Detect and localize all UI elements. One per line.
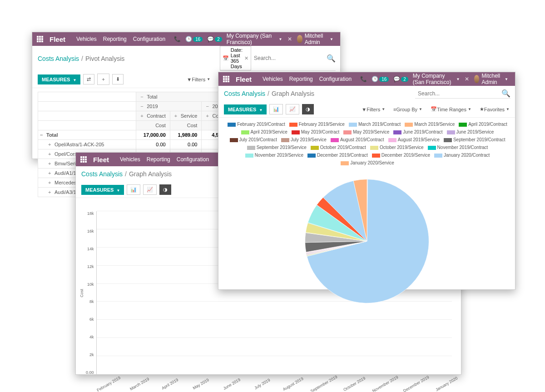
legend-item[interactable]: March 2019/Contract	[347, 122, 401, 127]
download-button[interactable]: ⬇	[112, 74, 124, 84]
legend-swatch	[241, 130, 249, 134]
expand-icon[interactable]: +	[48, 151, 53, 157]
filters-dropdown[interactable]: ▼ Filters ▼	[187, 77, 210, 82]
nav-reporting[interactable]: Reporting	[289, 76, 313, 82]
legend-swatch	[245, 154, 253, 158]
measures-button[interactable]: MEASURES ▼	[38, 74, 80, 84]
search-input[interactable]	[251, 54, 325, 63]
tag-remove-icon[interactable]: ✕	[244, 55, 248, 61]
phone-icon[interactable]: 📞	[360, 76, 367, 82]
nav-reporting[interactable]: Reporting	[103, 36, 127, 42]
user-menu[interactable]: Mitchell Admin▼	[474, 73, 508, 85]
expand-icon[interactable]: +	[48, 142, 53, 147]
activities-badge: 16	[193, 37, 203, 42]
search-icon[interactable]: 🔍	[501, 89, 510, 98]
legend-item[interactable]: March 2019/Service	[403, 122, 455, 127]
collapse-icon[interactable]: −	[40, 132, 45, 138]
legend-swatch	[370, 146, 378, 150]
collapse-icon[interactable]: −	[140, 104, 145, 109]
nav-reporting[interactable]: Reporting	[147, 156, 170, 163]
legend-item[interactable]: August 2019/Contract	[329, 137, 384, 142]
legend-item[interactable]: May 2019/Service	[342, 129, 389, 134]
legend-item[interactable]: August 2019/Service	[387, 137, 440, 142]
breadcrumb-root[interactable]: Costs Analysis	[224, 90, 265, 97]
nav-vehicles[interactable]: Vehicles	[120, 156, 140, 163]
search-tag[interactable]: 📅Date: Last 365 Days ✕	[220, 46, 251, 70]
apps-icon[interactable]	[80, 156, 87, 163]
bar-chart-button[interactable]: 📊	[127, 184, 140, 195]
legend-swatch	[341, 161, 349, 165]
expand-icon[interactable]: +	[48, 170, 53, 176]
phone-icon[interactable]: 📞	[174, 36, 181, 42]
chat-icon[interactable]: 💬2	[393, 76, 408, 82]
close-icon[interactable]: ✕	[287, 36, 292, 42]
legend-item[interactable]: December 2019/Service	[371, 153, 430, 158]
expand-icon[interactable]: +	[48, 161, 53, 166]
groupby-dropdown[interactable]: ≡ Group By ▼	[393, 107, 422, 112]
legend-item[interactable]: April 2019/Contract	[457, 122, 507, 127]
expand-icon[interactable]: +	[48, 180, 53, 185]
expand-button[interactable]: ＋	[97, 74, 109, 85]
legend-item[interactable]: November 2019/Contract	[426, 145, 488, 150]
close-icon[interactable]: ✕	[465, 76, 469, 82]
apps-icon[interactable]	[37, 36, 43, 42]
timeranges-dropdown[interactable]: 📅 Time Ranges ▼	[431, 106, 471, 112]
pie-chart-button[interactable]: ◑	[302, 104, 314, 114]
chat-icon[interactable]: 💬2	[207, 36, 222, 42]
legend-item[interactable]: January 2020/Contract	[433, 153, 490, 158]
bar-chart-button[interactable]: 📊	[269, 104, 283, 114]
filters-dropdown[interactable]: ▼ Filters ▼	[362, 107, 385, 112]
line-chart-button[interactable]: 📈	[143, 184, 157, 195]
legend-item[interactable]: April 2019/Service	[240, 129, 287, 134]
collapse-icon[interactable]: −	[206, 104, 210, 109]
expand-icon[interactable]: +	[48, 189, 53, 195]
legend-item[interactable]: November 2019/Service	[244, 153, 303, 158]
nav-config[interactable]: Configuration	[177, 156, 209, 163]
legend-item[interactable]: July 2019/Service	[280, 137, 327, 142]
legend-item[interactable]: June 2019/Contract	[392, 129, 442, 134]
measures-button[interactable]: MEASURES ▼	[81, 185, 124, 195]
legend-item[interactable]: May 2019/Contract	[290, 129, 340, 134]
apps-icon[interactable]	[223, 76, 229, 82]
legend-item[interactable]: July 2019/Contract	[228, 137, 277, 142]
legend-swatch	[247, 146, 255, 150]
legend-item[interactable]: June 2019/Service	[446, 129, 494, 134]
toolbar: MEASURES ▼ 📊 📈 ◑ ▼ Filters ▼ ≡ Group By …	[218, 101, 515, 118]
legend-item[interactable]: October 2019/Service	[369, 145, 424, 150]
legend-item[interactable]: October 2019/Contract	[309, 145, 366, 150]
legend-item[interactable]: September 2019/Contract	[442, 137, 505, 142]
expand-icon[interactable]: +	[206, 113, 210, 119]
legend-item[interactable]: September 2019/Service	[246, 145, 307, 150]
legend-swatch	[281, 138, 289, 142]
company-menu[interactable]: My Company (San Francisco)▼	[413, 73, 460, 85]
legend-item[interactable]: December 2019/Contract	[306, 153, 368, 158]
favorites-dropdown[interactable]: ★ Favorites ▼	[480, 106, 510, 112]
legend-item[interactable]: February 2019/Service	[288, 122, 345, 127]
legend-swatch	[289, 123, 297, 127]
nav-vehicles[interactable]: Vehicles	[76, 36, 97, 42]
collapse-icon[interactable]: −	[140, 94, 145, 99]
legend-item[interactable]: January 2020/Service	[339, 160, 394, 165]
pie-chart-button[interactable]: ◑	[159, 184, 171, 195]
nav-vehicles[interactable]: Vehicles	[263, 76, 283, 82]
legend-swatch	[307, 154, 316, 158]
activities-icon[interactable]: 🕒16	[372, 76, 389, 82]
activities-icon[interactable]: 🕒16	[185, 36, 203, 42]
expand-icon[interactable]: +	[140, 113, 145, 119]
legend-swatch	[444, 138, 452, 142]
flip-axis-button[interactable]: ⇄	[83, 74, 94, 84]
breadcrumb-root[interactable]: Costs Analysis	[38, 55, 79, 62]
nav-config[interactable]: Configuration	[133, 36, 165, 42]
measures-button[interactable]: MEASURES ▼	[224, 104, 267, 114]
breadcrumb: Costs Analysis / Pivot Analysis	[32, 51, 130, 66]
search-icon[interactable]: 🔍	[327, 54, 336, 63]
breadcrumb-root[interactable]: Costs Analysis	[81, 170, 123, 178]
expand-icon[interactable]: +	[174, 113, 179, 119]
search-input[interactable]	[415, 89, 500, 98]
nav-config[interactable]: Configuration	[319, 76, 352, 82]
user-menu[interactable]: Mitchell Admin▼	[297, 33, 333, 45]
company-menu[interactable]: My Company (San Francisco)▼	[227, 33, 282, 45]
legend-item[interactable]: February 2019/Contract	[226, 122, 285, 127]
legend-swatch	[311, 146, 319, 150]
line-chart-button[interactable]: 📈	[286, 104, 299, 114]
